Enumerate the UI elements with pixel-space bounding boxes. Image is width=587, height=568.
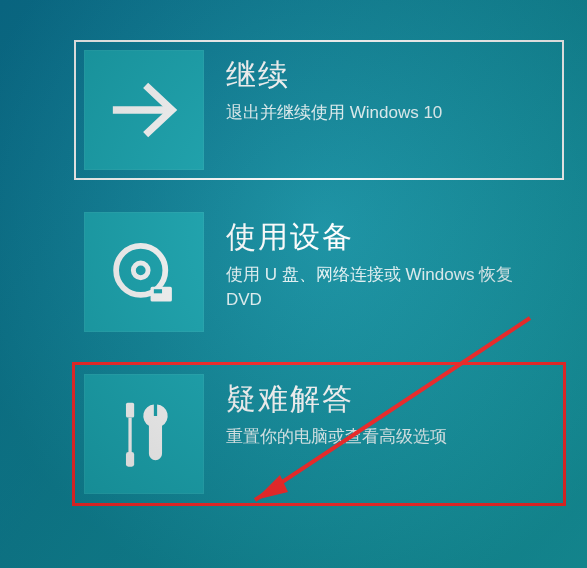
arrow-right-icon [103, 69, 185, 151]
svg-rect-7 [126, 452, 134, 467]
svg-rect-4 [154, 289, 162, 293]
option-troubleshoot-text: 疑难解答 重置你的电脑或查看高级选项 [226, 374, 447, 450]
option-troubleshoot-title: 疑难解答 [226, 382, 447, 415]
option-troubleshoot[interactable]: 疑难解答 重置你的电脑或查看高级选项 [74, 364, 564, 504]
option-continue[interactable]: 继续 退出并继续使用 Windows 10 [74, 40, 564, 180]
option-use-device-title: 使用设备 [226, 220, 550, 253]
svg-rect-3 [151, 287, 172, 302]
option-use-device-text: 使用设备 使用 U 盘、网络连接或 Windows 恢复 DVD [226, 212, 550, 312]
boot-options-list: 继续 退出并继续使用 Windows 10 使用设备 使用 U 盘、网络连接或 … [74, 40, 564, 504]
disc-device-icon [103, 231, 185, 313]
option-troubleshoot-icon-tile [84, 374, 204, 494]
svg-rect-6 [128, 418, 131, 452]
option-use-device-desc: 使用 U 盘、网络连接或 Windows 恢复 DVD [226, 263, 550, 312]
option-continue-title: 继续 [226, 58, 442, 91]
option-continue-desc: 退出并继续使用 Windows 10 [226, 101, 442, 126]
svg-rect-5 [126, 403, 134, 418]
option-use-device-icon-tile [84, 212, 204, 332]
option-troubleshoot-desc: 重置你的电脑或查看高级选项 [226, 425, 447, 450]
tools-icon [103, 393, 185, 475]
option-use-device[interactable]: 使用设备 使用 U 盘、网络连接或 Windows 恢复 DVD [74, 202, 564, 342]
svg-point-2 [133, 263, 148, 278]
option-continue-text: 继续 退出并继续使用 Windows 10 [226, 50, 442, 126]
option-continue-icon-tile [84, 50, 204, 170]
